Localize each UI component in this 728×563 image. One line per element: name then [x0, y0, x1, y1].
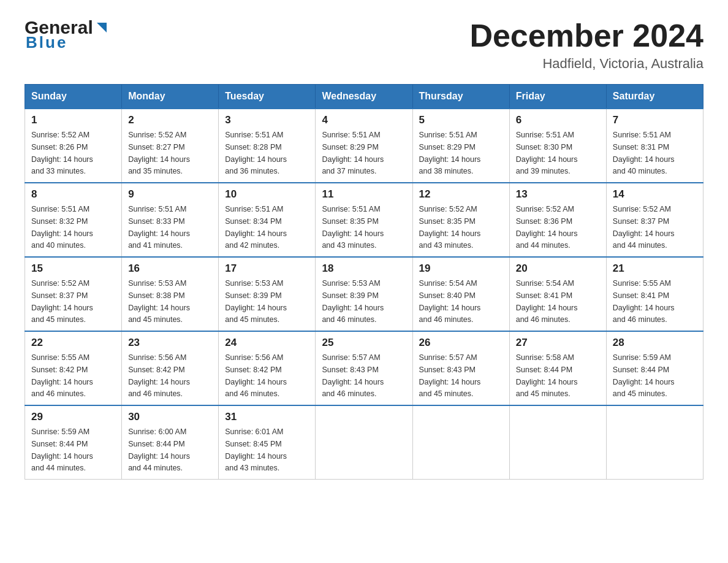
header-wednesday: Wednesday — [316, 85, 412, 109]
table-row: 3 Sunrise: 5:51 AMSunset: 8:28 PMDayligh… — [219, 109, 316, 183]
day-number: 6 — [516, 114, 600, 126]
table-row: 29 Sunrise: 5:59 AMSunset: 8:44 PMDaylig… — [25, 405, 122, 480]
table-row: 12 Sunrise: 5:52 AMSunset: 8:35 PMDaylig… — [412, 183, 509, 257]
day-info: Sunrise: 5:51 AMSunset: 8:33 PMDaylight:… — [128, 205, 190, 250]
day-info: Sunrise: 5:52 AMSunset: 8:27 PMDaylight:… — [128, 131, 190, 175]
header-saturday: Saturday — [606, 85, 703, 109]
table-row: 18 Sunrise: 5:53 AMSunset: 8:39 PMDaylig… — [316, 257, 412, 331]
day-number: 24 — [225, 337, 309, 349]
table-row: 4 Sunrise: 5:51 AMSunset: 8:29 PMDayligh… — [316, 109, 412, 183]
table-row: 10 Sunrise: 5:51 AMSunset: 8:34 PMDaylig… — [219, 183, 316, 257]
day-number: 10 — [225, 188, 309, 201]
day-number: 18 — [322, 262, 406, 275]
table-row: 26 Sunrise: 5:57 AMSunset: 8:43 PMDaylig… — [412, 331, 509, 405]
day-info: Sunrise: 5:52 AMSunset: 8:35 PMDaylight:… — [419, 205, 481, 250]
day-info: Sunrise: 5:52 AMSunset: 8:26 PMDaylight:… — [31, 131, 93, 175]
day-info: Sunrise: 5:55 AMSunset: 8:41 PMDaylight:… — [613, 279, 675, 324]
page-header: General Blue December 2024 Hadfield, Vic… — [25, 18, 703, 72]
day-number: 7 — [613, 114, 697, 126]
table-row: 21 Sunrise: 5:55 AMSunset: 8:41 PMDaylig… — [606, 257, 703, 331]
header-sunday: Sunday — [25, 85, 122, 109]
table-row: 25 Sunrise: 5:57 AMSunset: 8:43 PMDaylig… — [316, 331, 412, 405]
day-info: Sunrise: 5:51 AMSunset: 8:32 PMDaylight:… — [31, 205, 93, 250]
table-row: 16 Sunrise: 5:53 AMSunset: 8:38 PMDaylig… — [122, 257, 219, 331]
title-block: December 2024 Hadfield, Victoria, Austra… — [469, 18, 703, 72]
day-info: Sunrise: 5:59 AMSunset: 8:44 PMDaylight:… — [613, 353, 675, 398]
day-number: 2 — [128, 114, 212, 126]
day-info: Sunrise: 5:51 AMSunset: 8:29 PMDaylight:… — [322, 131, 384, 175]
day-info: Sunrise: 5:51 AMSunset: 8:28 PMDaylight:… — [225, 131, 287, 175]
day-number: 30 — [128, 411, 212, 423]
table-row: 27 Sunrise: 5:58 AMSunset: 8:44 PMDaylig… — [509, 331, 606, 405]
day-info: Sunrise: 5:51 AMSunset: 8:30 PMDaylight:… — [516, 131, 578, 175]
table-row: 14 Sunrise: 5:52 AMSunset: 8:37 PMDaylig… — [606, 183, 703, 257]
day-number: 8 — [31, 188, 115, 201]
day-number: 23 — [128, 337, 212, 349]
day-info: Sunrise: 5:58 AMSunset: 8:44 PMDaylight:… — [516, 353, 578, 398]
table-row: 13 Sunrise: 5:52 AMSunset: 8:36 PMDaylig… — [509, 183, 606, 257]
table-row: 1 Sunrise: 5:52 AMSunset: 8:26 PMDayligh… — [25, 109, 122, 183]
day-number: 12 — [419, 188, 503, 201]
table-row: 17 Sunrise: 5:53 AMSunset: 8:39 PMDaylig… — [219, 257, 316, 331]
day-info: Sunrise: 5:59 AMSunset: 8:44 PMDaylight:… — [31, 427, 93, 472]
day-info: Sunrise: 5:51 AMSunset: 8:35 PMDaylight:… — [322, 205, 384, 250]
day-info: Sunrise: 6:00 AMSunset: 8:44 PMDaylight:… — [128, 427, 190, 472]
day-number: 3 — [225, 114, 309, 126]
logo-blue-text: Blue — [26, 33, 67, 52]
day-info: Sunrise: 5:51 AMSunset: 8:29 PMDaylight:… — [419, 131, 481, 175]
day-number: 19 — [419, 262, 503, 275]
header-thursday: Thursday — [412, 85, 509, 109]
table-row: 20 Sunrise: 5:54 AMSunset: 8:41 PMDaylig… — [509, 257, 606, 331]
table-row: 24 Sunrise: 5:56 AMSunset: 8:42 PMDaylig… — [219, 331, 316, 405]
table-row — [412, 405, 509, 480]
day-number: 5 — [419, 114, 503, 126]
day-info: Sunrise: 5:52 AMSunset: 8:37 PMDaylight:… — [31, 279, 93, 324]
table-row: 15 Sunrise: 5:52 AMSunset: 8:37 PMDaylig… — [25, 257, 122, 331]
day-number: 22 — [31, 337, 115, 349]
day-info: Sunrise: 5:54 AMSunset: 8:41 PMDaylight:… — [516, 279, 578, 324]
page-title: December 2024 — [469, 18, 703, 53]
table-row: 8 Sunrise: 5:51 AMSunset: 8:32 PMDayligh… — [25, 183, 122, 257]
table-row — [316, 405, 412, 480]
table-row: 30 Sunrise: 6:00 AMSunset: 8:44 PMDaylig… — [122, 405, 219, 480]
day-number: 4 — [322, 114, 406, 126]
calendar-table: Sunday Monday Tuesday Wednesday Thursday… — [25, 84, 703, 480]
logo-triangle-icon — [93, 19, 110, 36]
table-row: 23 Sunrise: 5:56 AMSunset: 8:42 PMDaylig… — [122, 331, 219, 405]
day-info: Sunrise: 5:51 AMSunset: 8:31 PMDaylight:… — [613, 131, 675, 175]
day-info: Sunrise: 5:55 AMSunset: 8:42 PMDaylight:… — [31, 353, 93, 398]
table-row: 28 Sunrise: 5:59 AMSunset: 8:44 PMDaylig… — [606, 331, 703, 405]
day-number: 1 — [31, 114, 115, 126]
table-row — [509, 405, 606, 480]
table-row: 7 Sunrise: 5:51 AMSunset: 8:31 PMDayligh… — [606, 109, 703, 183]
day-number: 28 — [613, 337, 697, 349]
header-monday: Monday — [122, 85, 219, 109]
table-row: 2 Sunrise: 5:52 AMSunset: 8:27 PMDayligh… — [122, 109, 219, 183]
calendar-week-row: 8 Sunrise: 5:51 AMSunset: 8:32 PMDayligh… — [25, 183, 703, 257]
day-info: Sunrise: 5:54 AMSunset: 8:40 PMDaylight:… — [419, 279, 481, 324]
day-info: Sunrise: 5:56 AMSunset: 8:42 PMDaylight:… — [225, 353, 287, 398]
day-info: Sunrise: 5:57 AMSunset: 8:43 PMDaylight:… — [419, 353, 481, 398]
calendar-week-row: 1 Sunrise: 5:52 AMSunset: 8:26 PMDayligh… — [25, 109, 703, 183]
table-row — [606, 405, 703, 480]
day-number: 14 — [613, 188, 697, 201]
table-row: 22 Sunrise: 5:55 AMSunset: 8:42 PMDaylig… — [25, 331, 122, 405]
day-number: 25 — [322, 337, 406, 349]
header-friday: Friday — [509, 85, 606, 109]
day-info: Sunrise: 5:52 AMSunset: 8:37 PMDaylight:… — [613, 205, 675, 250]
table-row: 5 Sunrise: 5:51 AMSunset: 8:29 PMDayligh… — [412, 109, 509, 183]
logo: General Blue — [25, 18, 110, 52]
day-number: 13 — [516, 188, 600, 201]
day-number: 20 — [516, 262, 600, 275]
day-number: 29 — [31, 411, 115, 423]
day-info: Sunrise: 5:56 AMSunset: 8:42 PMDaylight:… — [128, 353, 190, 398]
day-number: 17 — [225, 262, 309, 275]
day-info: Sunrise: 5:53 AMSunset: 8:38 PMDaylight:… — [128, 279, 190, 324]
day-info: Sunrise: 5:53 AMSunset: 8:39 PMDaylight:… — [225, 279, 287, 324]
day-info: Sunrise: 5:57 AMSunset: 8:43 PMDaylight:… — [322, 353, 384, 398]
day-info: Sunrise: 5:51 AMSunset: 8:34 PMDaylight:… — [225, 205, 287, 250]
table-row: 11 Sunrise: 5:51 AMSunset: 8:35 PMDaylig… — [316, 183, 412, 257]
day-info: Sunrise: 5:52 AMSunset: 8:36 PMDaylight:… — [516, 205, 578, 250]
day-number: 9 — [128, 188, 212, 201]
day-number: 21 — [613, 262, 697, 275]
